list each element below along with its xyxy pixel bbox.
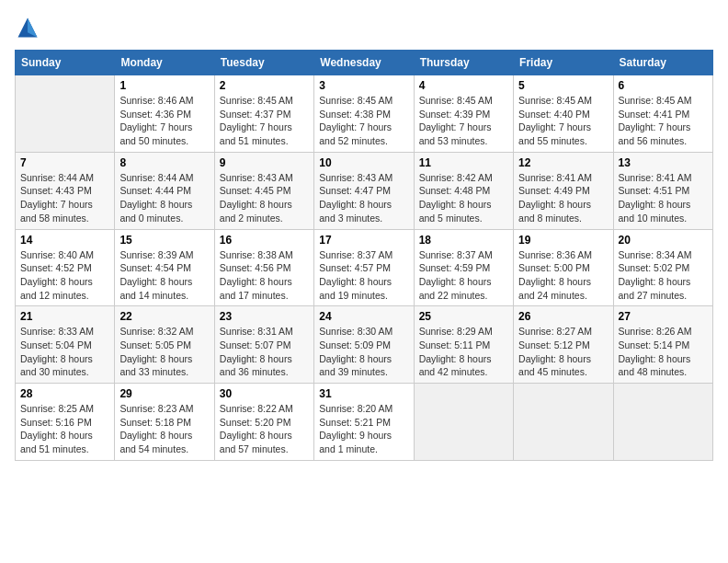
calendar-cell: 5Sunrise: 8:45 AMSunset: 4:40 PMDaylight… [514,75,613,153]
day-number: 15 [119,234,209,247]
calendar-cell: 17Sunrise: 8:37 AMSunset: 4:57 PMDayligh… [314,229,414,306]
day-number: 4 [419,79,508,92]
day-number: 22 [119,310,209,323]
calendar-cell: 24Sunrise: 8:30 AMSunset: 5:09 PMDayligh… [314,306,414,384]
day-number: 6 [619,79,708,92]
col-header-tuesday: Tuesday [214,51,313,75]
day-info: Sunrise: 8:38 AMSunset: 4:56 PMDaylight:… [220,248,309,303]
day-number: 19 [518,234,608,247]
calendar-cell: 15Sunrise: 8:39 AMSunset: 4:54 PMDayligh… [115,229,214,306]
day-info: Sunrise: 8:40 AMSunset: 4:52 PMDaylight:… [20,248,109,303]
day-info: Sunrise: 8:29 AMSunset: 5:11 PMDaylight:… [419,325,508,379]
calendar-cell: 22Sunrise: 8:32 AMSunset: 5:05 PMDayligh… [115,306,214,384]
day-info: Sunrise: 8:44 AMSunset: 4:44 PMDaylight:… [119,171,209,225]
calendar-cell: 2Sunrise: 8:45 AMSunset: 4:37 PMDaylight… [214,75,313,153]
day-number: 2 [220,79,309,92]
day-info: Sunrise: 8:22 AMSunset: 5:20 PMDaylight:… [220,402,309,456]
calendar-cell: 11Sunrise: 8:42 AMSunset: 4:48 PMDayligh… [414,152,513,229]
calendar-cell: 31Sunrise: 8:20 AMSunset: 5:21 PMDayligh… [314,384,414,461]
day-info: Sunrise: 8:33 AMSunset: 5:04 PMDaylight:… [20,325,109,379]
day-number: 30 [220,387,309,400]
day-number: 10 [319,156,408,169]
day-info: Sunrise: 8:30 AMSunset: 5:09 PMDaylight:… [319,325,408,379]
day-number: 5 [518,79,608,92]
calendar-cell: 21Sunrise: 8:33 AMSunset: 5:04 PMDayligh… [16,306,115,384]
calendar-cell: 20Sunrise: 8:34 AMSunset: 5:02 PMDayligh… [613,229,712,306]
calendar-table: SundayMondayTuesdayWednesdayThursdayFrid… [15,50,713,461]
day-info: Sunrise: 8:45 AMSunset: 4:37 PMDaylight:… [220,94,309,148]
day-info: Sunrise: 8:25 AMSunset: 5:16 PMDaylight:… [20,402,109,456]
calendar-cell: 8Sunrise: 8:44 AMSunset: 4:44 PMDaylight… [115,152,214,229]
calendar-week-row: 14Sunrise: 8:40 AMSunset: 4:52 PMDayligh… [16,229,713,306]
calendar-header-row: SundayMondayTuesdayWednesdayThursdayFrid… [16,51,713,75]
calendar-cell: 29Sunrise: 8:23 AMSunset: 5:18 PMDayligh… [115,384,214,461]
col-header-thursday: Thursday [414,51,513,75]
day-info: Sunrise: 8:41 AMSunset: 4:49 PMDaylight:… [518,171,608,225]
day-number: 26 [518,310,608,323]
calendar-cell: 7Sunrise: 8:44 AMSunset: 4:43 PMDaylight… [16,152,115,229]
day-info: Sunrise: 8:26 AMSunset: 5:14 PMDaylight:… [619,325,708,379]
calendar-cell: 30Sunrise: 8:22 AMSunset: 5:20 PMDayligh… [214,384,313,461]
calendar-cell: 26Sunrise: 8:27 AMSunset: 5:12 PMDayligh… [514,306,613,384]
day-info: Sunrise: 8:37 AMSunset: 4:59 PMDaylight:… [419,248,508,303]
day-info: Sunrise: 8:43 AMSunset: 4:47 PMDaylight:… [319,171,408,225]
day-number: 7 [20,156,109,169]
day-number: 27 [619,310,708,323]
calendar-cell: 14Sunrise: 8:40 AMSunset: 4:52 PMDayligh… [16,229,115,306]
calendar-week-row: 28Sunrise: 8:25 AMSunset: 5:16 PMDayligh… [16,384,713,461]
calendar-cell: 9Sunrise: 8:43 AMSunset: 4:45 PMDaylight… [214,152,313,229]
day-number: 18 [419,234,508,247]
day-number: 31 [319,387,408,400]
day-number: 1 [119,79,209,92]
day-info: Sunrise: 8:42 AMSunset: 4:48 PMDaylight:… [419,171,508,225]
calendar-week-row: 7Sunrise: 8:44 AMSunset: 4:43 PMDaylight… [16,152,713,229]
day-info: Sunrise: 8:27 AMSunset: 5:12 PMDaylight:… [518,325,608,379]
day-number: 8 [119,156,209,169]
calendar-cell: 28Sunrise: 8:25 AMSunset: 5:16 PMDayligh… [16,384,115,461]
day-info: Sunrise: 8:37 AMSunset: 4:57 PMDaylight:… [319,248,408,303]
calendar-cell [414,384,513,461]
calendar-week-row: 1Sunrise: 8:46 AMSunset: 4:36 PMDaylight… [16,75,713,153]
calendar-cell: 10Sunrise: 8:43 AMSunset: 4:47 PMDayligh… [314,152,414,229]
day-number: 11 [419,156,508,169]
calendar-cell: 19Sunrise: 8:36 AMSunset: 5:00 PMDayligh… [514,229,613,306]
calendar-cell: 1Sunrise: 8:46 AMSunset: 4:36 PMDaylight… [115,75,214,153]
calendar-cell: 16Sunrise: 8:38 AMSunset: 4:56 PMDayligh… [214,229,313,306]
calendar-cell: 3Sunrise: 8:45 AMSunset: 4:38 PMDaylight… [314,75,414,153]
day-info: Sunrise: 8:45 AMSunset: 4:40 PMDaylight:… [518,94,608,148]
calendar-cell: 13Sunrise: 8:41 AMSunset: 4:51 PMDayligh… [613,152,712,229]
day-info: Sunrise: 8:46 AMSunset: 4:36 PMDaylight:… [119,94,209,148]
day-info: Sunrise: 8:31 AMSunset: 5:07 PMDaylight:… [220,325,309,379]
col-header-sunday: Sunday [16,51,115,75]
col-header-monday: Monday [115,51,214,75]
day-number: 17 [319,234,408,247]
day-info: Sunrise: 8:32 AMSunset: 5:05 PMDaylight:… [119,325,209,379]
day-info: Sunrise: 8:44 AMSunset: 4:43 PMDaylight:… [20,171,109,225]
day-info: Sunrise: 8:20 AMSunset: 5:21 PMDaylight:… [319,402,408,456]
calendar-cell [514,384,613,461]
calendar-cell: 27Sunrise: 8:26 AMSunset: 5:14 PMDayligh… [613,306,712,384]
calendar-cell: 12Sunrise: 8:41 AMSunset: 4:49 PMDayligh… [514,152,613,229]
day-number: 12 [518,156,608,169]
day-info: Sunrise: 8:36 AMSunset: 5:00 PMDaylight:… [518,248,608,303]
calendar-cell: 23Sunrise: 8:31 AMSunset: 5:07 PMDayligh… [214,306,313,384]
calendar-cell: 4Sunrise: 8:45 AMSunset: 4:39 PMDaylight… [414,75,513,153]
col-header-wednesday: Wednesday [314,51,414,75]
calendar-cell [613,384,712,461]
logo [15,15,44,40]
day-info: Sunrise: 8:23 AMSunset: 5:18 PMDaylight:… [119,402,209,456]
col-header-saturday: Saturday [613,51,712,75]
day-number: 13 [619,156,708,169]
day-number: 28 [20,387,109,400]
day-info: Sunrise: 8:45 AMSunset: 4:41 PMDaylight:… [619,94,708,148]
day-info: Sunrise: 8:43 AMSunset: 4:45 PMDaylight:… [220,171,309,225]
day-number: 16 [220,234,309,247]
day-number: 23 [220,310,309,323]
day-number: 24 [319,310,408,323]
day-number: 9 [220,156,309,169]
page-header [15,15,713,40]
calendar-week-row: 21Sunrise: 8:33 AMSunset: 5:04 PMDayligh… [16,306,713,384]
calendar-cell [16,75,115,153]
col-header-friday: Friday [514,51,613,75]
day-number: 21 [20,310,109,323]
